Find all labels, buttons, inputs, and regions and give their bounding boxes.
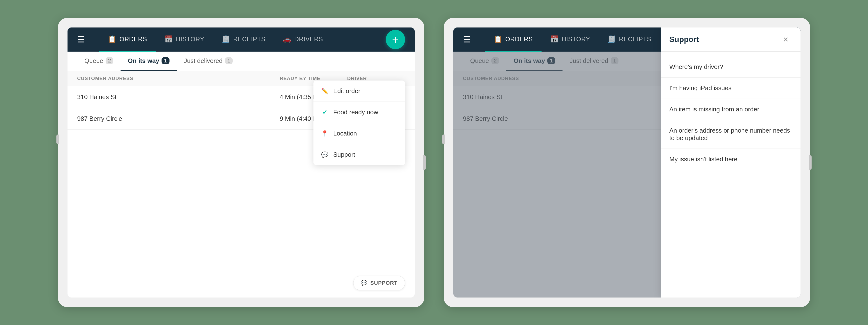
nav-tab-orders-label: ORDERS xyxy=(120,35,147,43)
nav-bar: ☰ 📋 ORDERS 📅 HISTORY 🧾 RECEIPTS 🚗 DRIVER… xyxy=(67,28,415,52)
filter-tab-queue[interactable]: Queue 2 xyxy=(77,52,121,71)
filter-queue-label: Queue xyxy=(84,57,103,65)
support-option-5[interactable]: My issue isn't listed here xyxy=(661,149,801,170)
nav-tab-receipts[interactable]: 🧾 RECEIPTS xyxy=(213,28,274,52)
nav-tab-orders[interactable]: 📋 ORDERS xyxy=(99,28,156,52)
tablet-volume-button xyxy=(56,134,59,144)
order-address-2: 987 Berry Circle xyxy=(77,115,280,123)
nav-tab-drivers[interactable]: 🚗 DRIVERS xyxy=(274,28,332,52)
hamburger-menu-icon[interactable]: ☰ xyxy=(77,34,85,44)
orders-icon-2: 📋 xyxy=(494,35,502,43)
receipts-icon: 🧾 xyxy=(222,35,230,43)
dropdown-support-label: Support xyxy=(333,151,355,158)
filter-just-delivered-badge: 1 xyxy=(225,57,233,64)
dropdown-food-ready[interactable]: ✓ Food ready now xyxy=(313,102,405,123)
support-option-5-label: My issue isn't listed here xyxy=(669,156,737,163)
history-icon-2: 📅 xyxy=(550,35,559,43)
support-panel-close-button[interactable]: × xyxy=(780,34,792,45)
support-chat-icon: 💬 xyxy=(321,152,329,158)
support-option-1[interactable]: Where's my driver? xyxy=(661,57,801,78)
tablet-1-screen: ☰ 📋 ORDERS 📅 HISTORY 🧾 RECEIPTS 🚗 DRIVER… xyxy=(67,28,415,297)
support-chat-icon-footer: 💬 xyxy=(361,280,368,286)
dropdown-food-ready-label: Food ready now xyxy=(333,108,378,116)
support-option-3-label: An item is missing from an order xyxy=(669,106,759,113)
drivers-icon: 🚗 xyxy=(283,35,291,43)
hamburger-menu-icon-2[interactable]: ☰ xyxy=(463,34,471,44)
dropdown-location[interactable]: 📍 Location xyxy=(313,123,405,144)
orders-icon: 📋 xyxy=(108,35,117,43)
location-icon: 📍 xyxy=(321,130,329,137)
support-button-label: SUPPORT xyxy=(370,280,398,286)
add-order-fab[interactable]: + xyxy=(386,30,405,49)
nav-tab-history-label: HISTORY xyxy=(176,35,204,43)
support-panel-header: Support × xyxy=(661,28,801,52)
orders-table: CUSTOMER ADDRESS READY BY TIME DRIVER 31… xyxy=(67,71,415,297)
col-header-address: CUSTOMER ADDRESS xyxy=(77,76,280,81)
support-option-4[interactable]: An order's address or phone number needs… xyxy=(661,120,801,149)
nav-tabs: 📋 ORDERS 📅 HISTORY 🧾 RECEIPTS 🚗 DRIVERS xyxy=(99,28,332,52)
filter-on-its-way-label: On its way xyxy=(128,57,159,65)
nav-tab-receipts-label: RECEIPTS xyxy=(233,35,266,43)
order-address-1: 310 Haines St xyxy=(77,93,280,101)
dropdown-edit-order-label: Edit order xyxy=(333,87,361,95)
tablet-2-volume-button xyxy=(442,134,445,144)
check-icon: ✓ xyxy=(321,109,329,116)
nav-tab-history-2-label: HISTORY xyxy=(562,35,590,43)
dropdown-edit-order[interactable]: ✏️ Edit order xyxy=(313,80,405,102)
dropdown-location-label: Location xyxy=(333,130,357,137)
support-panel: Support × Where's my driver? I'm having … xyxy=(661,28,801,297)
fab-plus-icon: + xyxy=(392,33,399,46)
tablet-2: ☰ 📋 ORDERS 📅 HISTORY 🧾 RECEIPTS 🚗 DRIV..… xyxy=(444,18,810,307)
filter-queue-badge: 2 xyxy=(105,57,113,64)
filter-tab-on-its-way[interactable]: On its way 1 xyxy=(121,52,177,71)
edit-icon: ✏️ xyxy=(321,88,329,95)
nav-tab-drivers-label: DRIVERS xyxy=(294,35,323,43)
support-option-2[interactable]: I'm having iPad issues xyxy=(661,78,801,99)
history-icon: 📅 xyxy=(164,35,173,43)
nav-tab-receipts-2[interactable]: 🧾 RECEIPTS xyxy=(599,28,660,52)
filter-just-delivered-label: Just delivered xyxy=(184,57,222,65)
context-menu: ✏️ Edit order ✓ Food ready now 📍 Locatio… xyxy=(313,80,405,165)
support-panel-title: Support xyxy=(669,35,699,44)
filter-bar: Queue 2 On its way 1 Just delivered 1 xyxy=(67,52,415,71)
dropdown-support[interactable]: 💬 Support xyxy=(313,144,405,165)
receipts-icon-2: 🧾 xyxy=(607,35,616,43)
support-button[interactable]: 💬 SUPPORT xyxy=(353,276,405,290)
close-icon: × xyxy=(783,34,788,44)
support-option-4-label: An order's address or phone number needs… xyxy=(669,127,790,141)
filter-tab-just-delivered[interactable]: Just delivered 1 xyxy=(177,52,240,71)
tablet-1: ☰ 📋 ORDERS 📅 HISTORY 🧾 RECEIPTS 🚗 DRIVER… xyxy=(58,18,424,307)
tablet-power-button xyxy=(423,155,426,170)
nav-tab-history[interactable]: 📅 HISTORY xyxy=(156,28,213,52)
support-option-3[interactable]: An item is missing from an order xyxy=(661,99,801,120)
nav-tab-history-2[interactable]: 📅 HISTORY xyxy=(541,28,599,52)
support-option-2-label: I'm having iPad issues xyxy=(669,85,732,92)
nav-tab-orders-2[interactable]: 📋 ORDERS xyxy=(485,28,541,52)
nav-tab-orders-2-label: ORDERS xyxy=(505,35,533,43)
support-option-1-label: Where's my driver? xyxy=(669,63,723,70)
tablet-2-screen: ☰ 📋 ORDERS 📅 HISTORY 🧾 RECEIPTS 🚗 DRIV..… xyxy=(453,28,801,297)
support-options-list: Where's my driver? I'm having iPad issue… xyxy=(661,52,801,297)
tablet-2-power-button xyxy=(809,155,812,170)
nav-tab-receipts-2-label: RECEIPTS xyxy=(619,35,651,43)
filter-on-its-way-badge: 1 xyxy=(161,57,169,64)
